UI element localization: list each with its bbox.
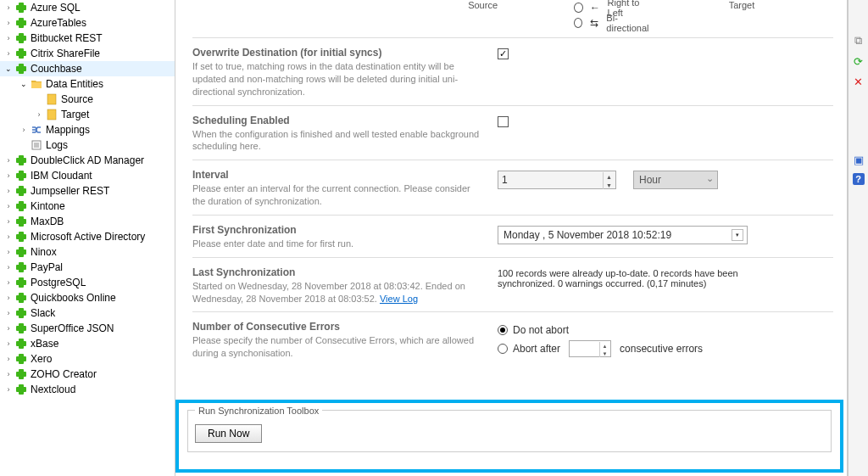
chevron-right-icon <box>34 94 44 104</box>
copy-icon[interactable]: ⧉ <box>852 34 865 48</box>
puzzle-icon <box>15 368 27 380</box>
chevron-right-icon[interactable]: › <box>3 308 14 318</box>
svg-rect-1 <box>47 109 56 120</box>
errors-option-noabort[interactable]: Do not abort <box>498 322 569 338</box>
delete-icon[interactable]: ✕ <box>852 75 865 88</box>
connector-tree[interactable]: ›Azure SQL›AzureTables›Bitbucket REST›Ci… <box>0 0 175 476</box>
puzzle-icon <box>15 292 27 304</box>
tree-item-label: PayPal <box>31 261 63 273</box>
interval-desc: Please enter an interval for the current… <box>192 182 481 208</box>
tree-item-label: Mappings <box>46 124 90 136</box>
document-icon <box>46 93 58 105</box>
input-value: 1 <box>502 174 508 186</box>
tree-item[interactable]: ⌄Data Entities <box>0 76 175 92</box>
tree-item[interactable]: ›DoubleClick AD Manager <box>0 153 175 168</box>
chevron-right-icon[interactable]: › <box>3 33 14 43</box>
tree-item[interactable]: ›Ninox <box>0 244 175 260</box>
direction-bidirectional[interactable]: ⇆ Bi-directional <box>574 15 650 31</box>
view-log-link[interactable]: View Log <box>380 294 418 304</box>
spinner-icon[interactable]: ▲▼ <box>599 342 609 357</box>
tree-item-label: PostgreSQL <box>31 277 86 288</box>
tree-item[interactable]: ›Quickbooks Online <box>0 290 175 305</box>
chevron-right-icon[interactable]: › <box>3 18 14 28</box>
chevron-right-icon[interactable]: › <box>3 354 14 364</box>
refresh-icon[interactable]: ⟳ <box>852 54 865 68</box>
radio-icon <box>498 325 508 335</box>
chevron-right-icon[interactable]: › <box>3 384 14 395</box>
chevron-right-icon[interactable]: › <box>3 186 14 196</box>
arrow-left-icon: ← <box>588 2 603 14</box>
chevron-right-icon[interactable]: › <box>3 247 14 257</box>
puzzle-icon <box>15 246 27 258</box>
chevron-right-icon[interactable]: › <box>3 171 14 181</box>
chevron-right-icon[interactable]: › <box>3 48 14 59</box>
chevron-right-icon[interactable]: › <box>34 109 44 120</box>
chevron-right-icon[interactable]: › <box>3 277 14 288</box>
tree-item[interactable]: ⌄Couchbase <box>0 61 175 76</box>
calendar-icon[interactable]: ▾ <box>732 229 743 241</box>
puzzle-icon <box>15 216 27 227</box>
overwrite-checkbox[interactable]: ✓ <box>498 48 509 59</box>
tree-item[interactable]: ›IBM Cloudant <box>0 168 175 183</box>
puzzle-icon <box>15 185 27 197</box>
chevron-right-icon[interactable]: › <box>3 323 14 333</box>
interval-unit-dropdown[interactable]: Hour <box>633 171 718 189</box>
tree-item[interactable]: ›MaxDB <box>0 214 175 229</box>
tree-item[interactable]: Source <box>0 92 175 107</box>
first-sync-datetime-input[interactable]: Monday , 5 November 2018 10:52:19 ▾ <box>498 226 748 244</box>
tree-item[interactable]: ›Kintone <box>0 199 175 214</box>
scheduling-checkbox[interactable] <box>498 116 509 127</box>
tree-item[interactable]: ›ZOHO Creator <box>0 367 175 382</box>
chevron-down-icon[interactable]: ⌄ <box>19 79 29 89</box>
chevron-right-icon[interactable]: › <box>3 155 14 165</box>
spinner-icon[interactable]: ▲▼ <box>603 172 615 189</box>
chevron-right-icon[interactable]: › <box>3 232 14 242</box>
puzzle-icon <box>15 200 27 212</box>
chevron-right-icon[interactable]: › <box>3 216 14 227</box>
tree-item[interactable]: ›Xero <box>0 351 175 367</box>
tree-item-label: Couchbase <box>31 63 82 75</box>
radio-label: Bi-directional <box>606 13 650 33</box>
tree-item-label: Logs <box>46 139 68 151</box>
window-icon[interactable]: ▣ <box>852 153 865 166</box>
tree-item[interactable]: ›AzureTables <box>0 15 175 31</box>
help-icon[interactable]: ? <box>853 173 865 185</box>
tree-item[interactable]: Logs <box>0 137 175 153</box>
tree-item[interactable]: ›Microsoft Active Directory <box>0 229 175 244</box>
errors-count-input[interactable]: ▲▼ <box>569 340 611 357</box>
tree-item[interactable]: ›Mappings <box>0 122 175 137</box>
tree-item[interactable]: ›PayPal <box>0 260 175 275</box>
settings-panel: Source ← Right to Left ⇆ Bi-directional … <box>175 0 848 476</box>
interval-value-input[interactable]: 1 ▲▼ <box>498 171 616 189</box>
radio-label: Do not abort <box>513 324 569 336</box>
tree-item[interactable]: ›Jumpseller REST <box>0 183 175 199</box>
tree-item[interactable]: ›PostgreSQL <box>0 275 175 290</box>
tree-item[interactable]: ›Bitbucket REST <box>0 31 175 46</box>
scheduling-title: Scheduling Enabled <box>192 115 481 126</box>
chevron-right-icon[interactable]: › <box>3 3 14 13</box>
tree-item[interactable]: ›Citrix ShareFile <box>0 46 175 61</box>
tree-item[interactable]: ›Slack <box>0 305 175 321</box>
chevron-right-icon[interactable]: › <box>3 369 14 379</box>
errors-option-abortafter[interactable]: Abort after ▲▼ consecutive errors <box>498 341 703 356</box>
tree-item[interactable]: ›Azure SQL <box>0 0 175 15</box>
puzzle-icon <box>15 17 27 29</box>
chevron-down-icon[interactable]: ⌄ <box>3 64 14 74</box>
tree-item[interactable]: ›xBase <box>0 336 175 351</box>
run-toolbox-legend: Run Synchronization Toolbox <box>195 406 322 416</box>
source-column-label: Source <box>192 0 498 10</box>
chevron-right-icon[interactable]: › <box>3 262 14 272</box>
chevron-right-icon[interactable]: › <box>3 339 14 349</box>
chevron-right-icon[interactable]: › <box>19 125 29 135</box>
errors-desc: Please specify the number of Consecutive… <box>192 334 481 360</box>
tree-item[interactable]: ›SuperOffice JSON <box>0 321 175 336</box>
chevron-right-icon[interactable]: › <box>3 293 14 303</box>
input-value: Monday , 5 November 2018 10:52:19 <box>504 229 671 241</box>
tree-item-label: Ninox <box>31 246 57 258</box>
tree-item[interactable]: ›Nextcloud <box>0 382 175 397</box>
radio-icon <box>574 3 583 13</box>
run-now-button[interactable]: Run Now <box>195 424 262 443</box>
chevron-right-icon[interactable]: › <box>3 201 14 211</box>
tree-item-label: MaxDB <box>31 216 64 227</box>
tree-item[interactable]: ›Target <box>0 107 175 122</box>
